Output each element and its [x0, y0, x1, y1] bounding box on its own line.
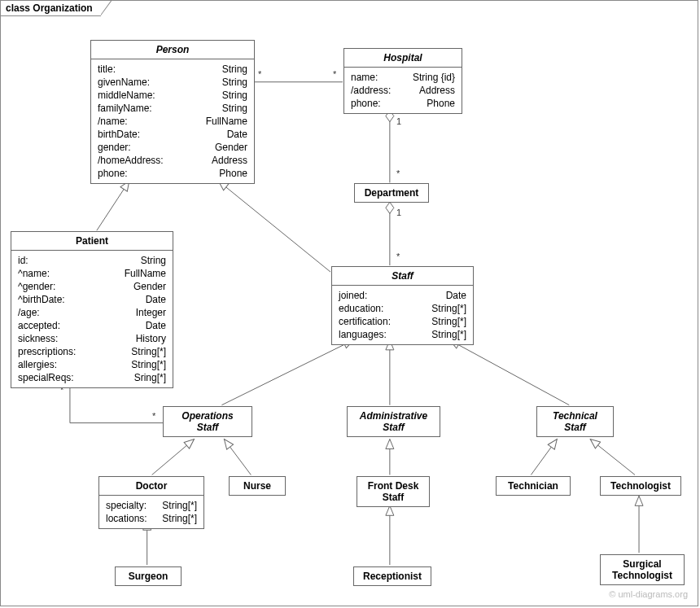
class-attrs: specialty:String[*]locations:String[*] — [99, 496, 203, 528]
class-department: Department — [354, 183, 429, 203]
mult-dept-staff-1: 1 — [396, 208, 401, 217]
svg-line-7 — [450, 340, 570, 405]
class-attrs: title:StringgivenName:StringmiddleName:S… — [91, 59, 254, 183]
class-title: TechnicalStaff — [537, 407, 613, 436]
attr-row: ^name:FullName — [18, 267, 166, 280]
class-title: Doctor — [99, 477, 203, 495]
attr-row: gender:Gender — [98, 141, 247, 154]
class-title: Technician — [497, 477, 570, 495]
class-surg-tech: SurgicalTechnologist — [600, 554, 685, 585]
attr-row: specialty:String[*] — [106, 499, 197, 512]
class-receptionist: Receptionist — [353, 566, 431, 586]
attr-row: id:String — [18, 254, 166, 267]
svg-line-9 — [224, 440, 251, 475]
attr-row: name:String {id} — [351, 71, 455, 84]
attr-row: certification:String[*] — [339, 315, 466, 328]
attr-row: education:String[*] — [339, 302, 466, 315]
class-title: Technologist — [601, 477, 680, 495]
attr-row: /name:FullName — [98, 115, 247, 128]
svg-line-11 — [531, 440, 557, 475]
attr-row: /homeAddress:Address — [98, 154, 247, 167]
class-title: SurgicalTechnologist — [601, 555, 684, 584]
class-ops-staff: OperationsStaff — [163, 406, 252, 437]
attr-row: languages:String[*] — [339, 328, 466, 341]
class-title: Front DeskStaff — [357, 477, 429, 506]
package-frame: class Organization — [0, 0, 698, 606]
class-title: Patient — [11, 232, 173, 250]
attr-row: allergies:String[*] — [18, 358, 166, 371]
svg-line-12 — [590, 440, 635, 475]
class-technician: Technician — [496, 476, 571, 496]
class-title: OperationsStaff — [164, 407, 252, 436]
watermark: © uml-diagrams.org — [609, 589, 688, 599]
mult-person-side: * — [258, 69, 261, 79]
attr-row: givenName:String — [98, 76, 247, 89]
attr-row: phone:Phone — [98, 167, 247, 180]
class-hospital: Hospital name:String {id}/address:Addres… — [343, 48, 462, 114]
attr-row: ^birthDate:Date — [18, 293, 166, 306]
class-surgeon: Surgeon — [115, 566, 182, 586]
mult-hosp-dept-star: * — [396, 168, 400, 178]
attr-row: phone:Phone — [351, 97, 455, 110]
class-admin-staff: AdministrativeStaff — [347, 406, 440, 437]
class-staff: Staff joined:Dateeducation:String[*]cert… — [331, 266, 474, 345]
svg-line-8 — [152, 440, 195, 475]
mult-dept-staff-star: * — [396, 252, 400, 261]
class-doctor: Doctor specialty:String[*]locations:Stri… — [98, 476, 204, 529]
class-patient: Patient id:String^name:FullName^gender:G… — [11, 231, 173, 388]
attr-row: birthDate:Date — [98, 128, 247, 141]
class-front-desk: Front DeskStaff — [357, 476, 430, 507]
class-person: Person title:StringgivenName:Stringmiddl… — [90, 40, 255, 184]
attr-row: accepted:Date — [18, 319, 166, 332]
attr-row: /age:Integer — [18, 306, 166, 319]
class-attrs: joined:Dateeducation:String[*]certificat… — [332, 286, 473, 344]
svg-line-5 — [221, 340, 353, 405]
class-title: AdministrativeStaff — [348, 407, 440, 436]
class-title: Receptionist — [354, 567, 431, 585]
mult-hosp-dept-1: 1 — [396, 116, 401, 126]
attr-row: locations:String[*] — [106, 512, 197, 525]
class-title: Nurse — [230, 477, 285, 495]
svg-line-3 — [97, 181, 129, 230]
attr-row: /address:Address — [351, 84, 455, 97]
attr-row: familyName:String — [98, 102, 247, 115]
class-technologist: Technologist — [600, 476, 681, 496]
class-attrs: name:String {id}/address:Addressphone:Ph… — [344, 68, 462, 113]
frame-title: class Organization — [0, 0, 101, 16]
class-attrs: id:String^name:FullName^gender:Gender^bi… — [11, 251, 173, 387]
class-title: Staff — [332, 267, 473, 285]
class-title: Person — [91, 41, 254, 59]
attr-row: sickness:History — [18, 332, 166, 345]
class-title: Hospital — [344, 49, 462, 67]
attr-row: title:String — [98, 63, 247, 76]
attr-row: ^gender:Gender — [18, 280, 166, 293]
mult-patient-ops-b: * — [152, 411, 155, 421]
attr-row: specialReqs:Sring[*] — [18, 371, 166, 384]
mult-hospital-side: * — [333, 69, 336, 79]
attr-row: joined:Date — [339, 289, 466, 302]
attr-row: prescriptions:String[*] — [18, 345, 166, 358]
class-title: Surgeon — [116, 567, 181, 585]
svg-line-4 — [218, 181, 330, 272]
class-title: Department — [355, 184, 428, 202]
class-nurse: Nurse — [229, 476, 286, 496]
class-tech-staff: TechnicalStaff — [536, 406, 614, 437]
attr-row: middleName:String — [98, 89, 247, 102]
